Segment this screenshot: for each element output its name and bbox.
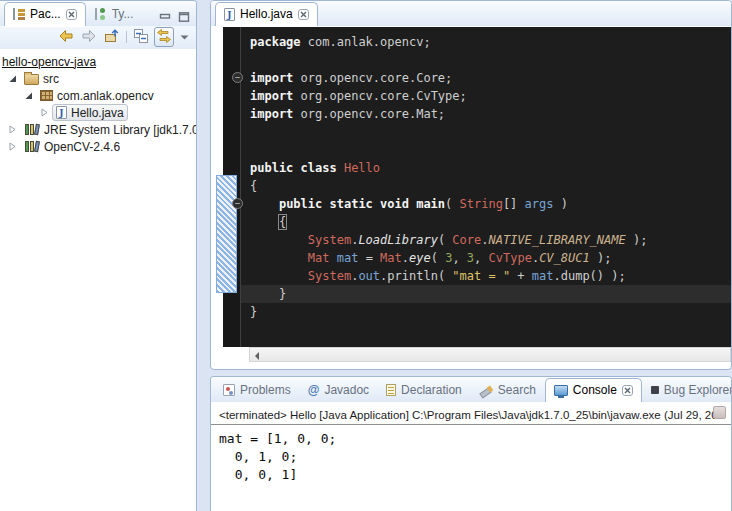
tab-problems[interactable]: Problems [215,379,299,402]
maximize-icon[interactable] [178,12,190,22]
tab-type-hierarchy[interactable]: Ty... [87,3,142,26]
project-label: hello-opencv-java [2,55,96,69]
tree-item-label: com.anlak.opencv [57,89,154,103]
tab-console[interactable]: Console [545,378,642,402]
package-explorer-view: Pac...Ty... hello-opencv-java srccom.anl… [0,0,197,511]
problems-icon [223,384,235,396]
collapsed-arrow-icon[interactable] [40,108,49,117]
editor-viewport: package com.anlak.opencv;import org.open… [211,27,732,347]
code-area[interactable]: package com.anlak.opencv;import org.open… [240,27,732,347]
scroll-left-icon[interactable] [255,352,259,360]
tab-package-explorer[interactable]: Pac... [4,2,86,26]
bug-icon [651,386,659,394]
tab-declaration[interactable]: Declaration [378,379,470,402]
code-line[interactable]: public static void main( String[] args ) [241,195,732,213]
java-file-icon [224,8,235,21]
tab-search[interactable]: Search [471,379,544,402]
code-line[interactable] [241,141,732,159]
code-line[interactable]: import org.opencv.core.Mat; [241,105,732,123]
tab-bug-explorer[interactable]: Bug Explorer [643,379,732,402]
code-line[interactable]: import org.opencv.core.CvType; [241,87,732,105]
tab-label: Declaration [401,383,462,397]
package-explorer-icon [13,8,25,20]
tree-item-com-anlak-opencv[interactable]: com.anlak.opencv [0,87,196,104]
collapse-all-button[interactable] [131,27,151,47]
code-line[interactable]: import org.opencv.core.Core; [241,69,732,87]
code-line[interactable]: Mat mat = Mat.eye( 3, 3, CvType.CV_8UC1 … [241,249,732,267]
up-button[interactable] [102,27,122,47]
tab-label: Ty... [112,7,134,21]
console-title: <terminated> Hello [Java Application] C:… [211,407,731,425]
code-line[interactable] [241,51,732,69]
fold-collapse-icon[interactable]: − [232,72,243,83]
back-icon [58,28,74,47]
tree-item-label: JRE System Library [jdk1.7.0 [44,123,196,137]
javadoc-icon: @ [308,384,320,396]
project-tree: hello-opencv-java srccom.anlak.opencvHel… [0,49,196,508]
search-icon [479,384,493,397]
tab-label: Search [498,383,536,397]
editor-tab-label: Hello.java [240,7,293,21]
tree-item-project[interactable]: hello-opencv-java [0,53,196,70]
code-line[interactable]: package com.anlak.opencv; [241,33,732,51]
tab-label: Javadoc [324,383,369,397]
eclipse-workbench: Pac...Ty... hello-opencv-java srccom.anl… [0,0,732,511]
explorer-toolbar [0,26,196,49]
package-icon [40,90,53,101]
code-line[interactable]: { [241,177,732,195]
tab-label: Bug Explorer [664,383,732,397]
explorer-tab-bar: Pac...Ty... [0,1,196,26]
declaration-icon [386,384,396,396]
tab-label: Pac... [30,7,61,21]
expanded-arrow-icon[interactable] [8,74,17,83]
java-file-icon [56,106,67,119]
view-menu-icon [180,30,189,44]
code-line[interactable]: System.LoadLibrary( Core.NATIVE_LIBRARY_… [241,231,732,249]
tree-item-src[interactable]: src [0,70,196,87]
view-menu-button[interactable] [177,27,191,47]
code-line[interactable]: System.out.println( "mat = " + mat.dump(… [241,267,732,285]
console-output-line: 0, 1, 0; [219,448,723,466]
tab-label: Problems [240,383,291,397]
tree-item-label: OpenCV-2.4.6 [44,140,120,154]
toolbar-separator [125,29,128,45]
code-line[interactable]: { [241,213,732,231]
code-line[interactable]: public class Hello [241,159,732,177]
console-tab-bar: Problems@JavadocDeclarationSearchConsole… [211,377,731,402]
tree-item-label: Hello.java [71,106,124,120]
console-output-line: mat = [1, 0, 0; [219,430,723,448]
editor-area: Hello.java package com.anlak.opencv;impo… [210,0,732,370]
tab-hello-java[interactable]: Hello.java [215,2,318,26]
close-icon[interactable] [622,385,633,396]
forward-button[interactable] [79,27,99,47]
forward-icon [81,28,97,47]
console-output[interactable]: mat = [1, 0, 0; 0, 1, 0; 0, 0, 1] [211,425,731,489]
console-output-line: 0, 0, 1] [219,466,723,484]
collapsed-arrow-icon[interactable] [8,125,17,134]
range-indicator [216,175,237,293]
close-icon[interactable] [298,9,309,20]
console-view: Problems@JavadocDeclarationSearchConsole… [210,376,732,511]
tree-item-label: src [43,72,59,86]
back-button[interactable] [56,27,76,47]
tree-item-opencv-2-4-6[interactable]: OpenCV-2.4.6 [0,138,196,155]
link-editor-button[interactable] [154,27,174,47]
code-line[interactable]: } [241,285,732,303]
console-icon [554,385,568,396]
tab-label: Console [573,383,617,397]
minimize-icon[interactable] [159,12,171,22]
view-window-buttons [159,12,190,22]
fold-collapse-icon[interactable]: − [232,198,243,209]
horizontal-scrollbar[interactable] [249,347,731,362]
collapsed-arrow-icon[interactable] [8,142,17,151]
tree-item-hello-java[interactable]: Hello.java [0,104,196,121]
editor-tab-bar: Hello.java [211,1,731,26]
library-icon [24,123,40,136]
close-icon[interactable] [66,9,77,20]
tree-item-jre-system-library-jdk1-7-0[interactable]: JRE System Library [jdk1.7.0 [0,121,196,138]
tab-javadoc[interactable]: @Javadoc [300,379,377,402]
code-line[interactable] [241,123,732,141]
code-line[interactable]: } [241,303,732,321]
source-folder-icon [24,74,39,85]
expanded-arrow-icon[interactable] [24,91,33,100]
